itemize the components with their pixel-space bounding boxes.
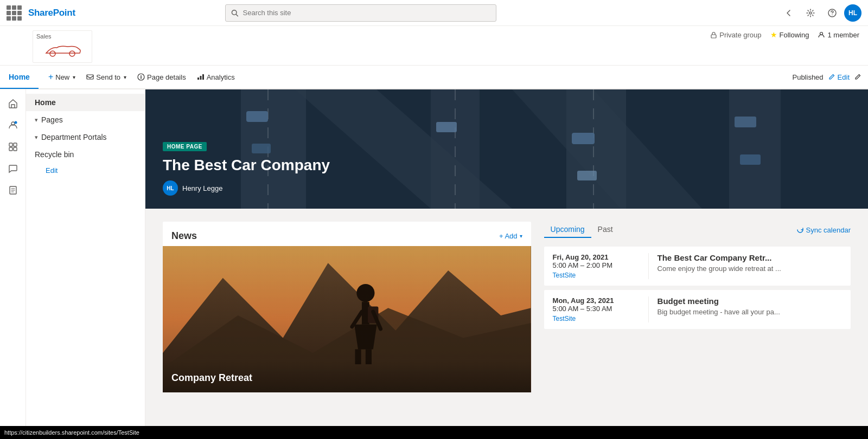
chevron-down-icon: ▾ <box>73 74 75 80</box>
svg-point-5 <box>50 51 55 56</box>
published-status: Published <box>792 73 823 81</box>
event-card-2: Mon, Aug 23, 2021 5:00 AM – 5:30 AM Test… <box>544 290 851 329</box>
tab-past[interactable]: Past <box>591 222 620 238</box>
nav-right: Published Edit <box>792 73 861 81</box>
svg-line-1 <box>236 14 238 16</box>
svg-point-2 <box>809 12 812 14</box>
edit-button[interactable]: Edit <box>828 73 850 81</box>
svg-rect-11 <box>197 78 199 80</box>
following-badge[interactable]: ★ Following <box>770 30 809 39</box>
edit-pencil-icon2[interactable] <box>854 73 861 81</box>
event1-time: 5:00 AM – 2:00 PM <box>553 261 640 269</box>
svg-point-6 <box>69 51 75 56</box>
new-button[interactable]: + New ▾ <box>43 66 81 88</box>
user-avatar[interactable]: HL <box>844 4 861 22</box>
news-image-title: Company Retreat <box>171 372 252 384</box>
svg-point-15 <box>14 121 17 124</box>
svg-rect-7 <box>711 35 716 38</box>
search-input[interactable] <box>243 9 491 17</box>
event2-info: Budget meeting Big budget meeting - have… <box>658 296 842 316</box>
svg-rect-49 <box>163 246 531 392</box>
event2-desc: Big budget meeting - have all your pa... <box>658 308 842 316</box>
sidebar-item-recycle[interactable]: Recycle bin <box>26 146 145 163</box>
svg-rect-34 <box>572 133 595 144</box>
svg-rect-12 <box>200 76 201 80</box>
chevron-down-icon2: ▾ <box>124 74 126 80</box>
following-nav-icon[interactable] <box>3 115 23 135</box>
sidebar-edit-link[interactable]: Edit <box>26 163 145 178</box>
chevron-icon-dept: ▾ <box>35 134 38 141</box>
apps-nav-icon[interactable] <box>3 137 23 157</box>
event1-site[interactable]: TestSite <box>553 272 640 279</box>
news-image-svg <box>163 246 531 392</box>
topbar: SharePoint HL <box>0 0 868 26</box>
sidebar-pages-label: Pages <box>41 115 63 124</box>
events-section: Upcoming Past Sync calendar <box>544 222 851 392</box>
help-icon[interactable] <box>822 3 842 23</box>
sidebar-home-label: Home <box>35 98 56 107</box>
sync-calendar-button[interactable]: Sync calendar <box>796 226 851 234</box>
sidebar-item-home[interactable]: Home <box>26 94 145 111</box>
settings-icon[interactable] <box>801 3 820 23</box>
event1-divider <box>648 253 649 279</box>
lock-icon <box>710 31 717 38</box>
car-logo-image <box>41 42 84 59</box>
site-header: Sales Private group ★ Following 1 m <box>0 26 868 66</box>
member-count-label: 1 member <box>827 31 859 39</box>
svg-rect-25 <box>729 89 781 209</box>
chat-nav-icon[interactable] <box>3 159 23 178</box>
event1-date: Fri, Aug 20, 2021 <box>553 253 640 261</box>
sidebar-group-pages[interactable]: ▾ Pages <box>26 111 145 128</box>
svg-rect-13 <box>202 74 204 80</box>
analytics-icon <box>197 73 205 81</box>
add-news-button[interactable]: + Add ▾ <box>499 232 522 240</box>
svg-rect-19 <box>14 147 17 151</box>
news-section: News + Add ▾ <box>163 222 531 392</box>
sidebar-group-dept[interactable]: ▾ Department Portals <box>26 128 145 146</box>
tab-upcoming[interactable]: Upcoming <box>544 222 591 238</box>
events-tabs: Upcoming Past Sync calendar <box>544 222 851 238</box>
statusbar: https://citizenbuilders.sharepoint.com/s… <box>0 426 868 439</box>
event2-date-col: Mon, Aug 23, 2021 5:00 AM – 5:30 AM Test… <box>553 296 640 322</box>
analytics-button[interactable]: Analytics <box>192 66 240 88</box>
news-image: Company Retreat <box>163 246 531 392</box>
site-meta: Private group ★ Following 1 member <box>710 30 859 39</box>
content-sections: News + Add ▾ <box>145 209 868 405</box>
event2-date: Mon, Aug 23, 2021 <box>553 296 640 305</box>
waffle-icon[interactable] <box>7 5 22 21</box>
nav-bar: Home + New ▾ Send to ▾ Page <box>0 66 868 89</box>
hero-banner: HOME PAGE The Best Car Company HL Henry … <box>145 89 868 209</box>
chevron-down-icon3: ▾ <box>520 233 522 239</box>
svg-rect-37 <box>740 154 761 165</box>
event-card-1: Fri, Aug 20, 2021 5:00 AM – 2:00 PM Test… <box>544 247 851 286</box>
tab-home[interactable]: Home <box>0 66 39 89</box>
edit-icon <box>828 73 835 81</box>
home-nav-icon[interactable] <box>3 94 23 113</box>
hero-title: The Best Car Company <box>163 157 330 174</box>
svg-rect-18 <box>9 147 12 151</box>
event2-title: Budget meeting <box>658 296 842 306</box>
svg-rect-17 <box>14 143 17 146</box>
sales-label: Sales <box>36 33 52 40</box>
chevron-icon-pages: ▾ <box>35 117 38 124</box>
send-to-button[interactable]: Send to ▾ <box>81 66 132 88</box>
page-details-button[interactable]: Page details <box>132 66 192 88</box>
sync-icon <box>796 226 804 234</box>
topbar-logo: SharePoint <box>7 5 75 21</box>
event1-title: The Best Car Company Retr... <box>658 253 842 262</box>
back-icon[interactable] <box>779 3 799 23</box>
search-bar[interactable] <box>225 4 496 22</box>
svg-rect-33 <box>436 122 457 132</box>
app-title: SharePoint <box>28 8 75 18</box>
event1-desc: Come enjoy the group wide retreat at ... <box>658 264 842 273</box>
pages-nav-icon[interactable] <box>3 180 23 200</box>
member-count: 1 member <box>818 31 859 39</box>
statusbar-url: https://citizenbuilders.sharepoint.com/s… <box>4 429 139 436</box>
private-group-badge: Private group <box>710 31 761 39</box>
hero-badge: HOME PAGE <box>163 142 207 151</box>
content-area: HOME PAGE The Best Car Company HL Henry … <box>145 89 868 426</box>
event2-site[interactable]: TestSite <box>553 315 640 322</box>
news-header: News + Add ▾ <box>163 222 531 246</box>
site-logo[interactable]: Sales <box>33 30 92 63</box>
svg-rect-16 <box>9 143 12 146</box>
